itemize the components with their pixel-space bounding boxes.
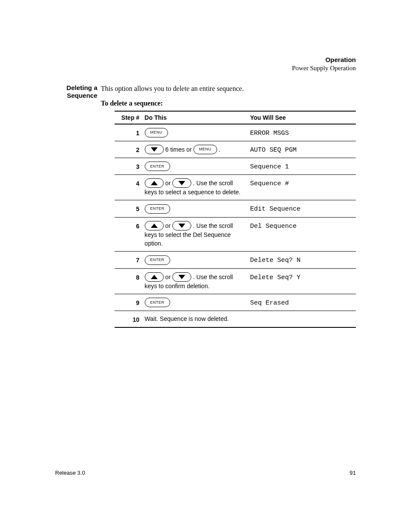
step-text: Wait. Sequence is now deleted. bbox=[145, 315, 229, 322]
chevron-up-icon bbox=[151, 181, 158, 185]
step-do: ENTER bbox=[145, 294, 250, 311]
step-do: or . Use the scroll keys to confirm dele… bbox=[145, 268, 250, 294]
step-see bbox=[250, 311, 356, 327]
step-number: 9 bbox=[115, 294, 145, 311]
step-see: Seq Erased bbox=[250, 294, 356, 311]
intro-text: This option allows you to delete an enti… bbox=[101, 84, 356, 93]
step-text: or bbox=[165, 221, 171, 230]
step-text: keys to select the Del Sequence bbox=[145, 230, 247, 239]
down-key bbox=[145, 145, 164, 154]
step-do: or . Use the scroll keys to select the D… bbox=[145, 217, 250, 252]
footer-release: Release 3.0 bbox=[55, 470, 85, 476]
table-header-row: Step # Do This You Will See bbox=[115, 111, 356, 124]
chevron-down-icon bbox=[178, 181, 185, 185]
step-see: Delete Seq? N bbox=[250, 252, 356, 268]
table-row: 2 6 times or MENU . bbox=[115, 141, 356, 158]
chevron-down-icon bbox=[178, 224, 185, 228]
margin-title-line1: Deleting a bbox=[66, 84, 97, 91]
page-footer: Release 3.0 91 bbox=[55, 470, 356, 476]
enter-key: ENTER bbox=[145, 162, 170, 171]
step-number: 10 bbox=[115, 311, 145, 327]
table-row: 6 or . Use the scroll keys bbox=[115, 217, 356, 252]
step-do: ENTER bbox=[145, 200, 250, 217]
step-do: 6 times or MENU . bbox=[145, 141, 250, 158]
step-text: . Use the scroll bbox=[193, 221, 233, 230]
step-see: Sequence 1 bbox=[250, 158, 356, 174]
step-do: or . Use the scroll keys to select a seq… bbox=[145, 175, 250, 200]
table-row: 8 or . Use the scroll keys bbox=[115, 268, 356, 294]
step-number: 6 bbox=[115, 217, 145, 252]
step-do: ENTER bbox=[145, 158, 250, 174]
table-row: 5 ENTER Edit Sequence bbox=[115, 200, 356, 217]
menu-key-label: MENU bbox=[199, 146, 212, 152]
chevron-up-icon bbox=[151, 224, 158, 228]
page-header: Operation Power Supply Operation bbox=[292, 56, 356, 72]
step-number: 4 bbox=[115, 175, 145, 200]
step-number: 2 bbox=[115, 141, 145, 158]
table-row: 1 MENU ERROR MSGS bbox=[115, 124, 356, 141]
enter-key-label: ENTER bbox=[150, 206, 165, 212]
enter-key-label: ENTER bbox=[150, 164, 165, 169]
step-number: 1 bbox=[115, 124, 145, 141]
table-row: 9 ENTER Seq Erased bbox=[115, 294, 356, 311]
table-row: 10 Wait. Sequence is now deleted. bbox=[115, 311, 356, 327]
menu-key-label: MENU bbox=[150, 130, 163, 135]
chevron-down-icon bbox=[151, 147, 158, 152]
step-text: or bbox=[165, 273, 171, 281]
step-text: keys to select a sequence to delete. bbox=[145, 188, 247, 196]
enter-key-label: ENTER bbox=[150, 257, 165, 263]
up-key bbox=[145, 178, 164, 188]
step-text: . bbox=[219, 145, 221, 154]
enter-key: ENTER bbox=[145, 298, 170, 307]
body: This option allows you to delete an enti… bbox=[101, 84, 356, 328]
menu-key: MENU bbox=[145, 128, 168, 137]
table-row: 4 or . Use the scroll keys bbox=[115, 175, 356, 200]
step-number: 8 bbox=[115, 268, 145, 294]
down-key bbox=[172, 178, 191, 188]
step-text: option. bbox=[145, 239, 247, 248]
col-step: Step # bbox=[115, 111, 145, 124]
margin-title-line2: Sequence bbox=[67, 92, 97, 99]
step-see: AUTO SEQ PGM bbox=[250, 141, 356, 158]
enter-key: ENTER bbox=[145, 204, 170, 214]
col-see: You Will See bbox=[250, 111, 356, 124]
step-see: Del Sequence bbox=[250, 217, 356, 252]
margin-title: Deleting a Sequence bbox=[55, 84, 97, 100]
chevron-up-icon bbox=[151, 275, 158, 279]
down-key bbox=[172, 272, 191, 282]
step-do: MENU bbox=[145, 124, 250, 141]
step-see: Edit Sequence bbox=[250, 200, 356, 217]
step-text: 6 times or bbox=[165, 145, 192, 154]
step-number: 7 bbox=[115, 252, 145, 268]
step-text: . Use the scroll bbox=[193, 179, 233, 187]
step-see: Delete Seq? Y bbox=[250, 268, 356, 294]
up-key bbox=[145, 221, 164, 230]
down-key bbox=[172, 221, 191, 230]
up-key bbox=[145, 272, 164, 282]
step-text: keys to confirm deletion. bbox=[145, 282, 247, 290]
step-number: 5 bbox=[115, 200, 145, 217]
table-row: 7 ENTER Delete Seq? N bbox=[115, 252, 356, 268]
step-text: or bbox=[165, 179, 171, 187]
steps-table: Step # Do This You Will See 1 MENU ERROR… bbox=[115, 111, 356, 328]
step-see: Sequence # bbox=[250, 175, 356, 200]
chevron-down-icon bbox=[178, 275, 185, 279]
table-row: 3 ENTER Sequence 1 bbox=[115, 158, 356, 174]
enter-key: ENTER bbox=[145, 255, 170, 265]
col-do: Do This bbox=[145, 111, 250, 124]
step-number: 3 bbox=[115, 158, 145, 174]
menu-key: MENU bbox=[193, 145, 217, 154]
step-text: . Use the scroll bbox=[193, 273, 233, 281]
header-subsection: Power Supply Operation bbox=[292, 64, 356, 72]
page: Operation Power Supply Operation Deletin… bbox=[0, 0, 411, 532]
footer-page-number: 91 bbox=[350, 470, 356, 476]
step-see: ERROR MSGS bbox=[250, 124, 356, 141]
header-section: Operation bbox=[292, 56, 356, 64]
step-do: ENTER bbox=[145, 252, 250, 268]
lead-text: To delete a sequence: bbox=[101, 100, 356, 107]
step-do: Wait. Sequence is now deleted. bbox=[145, 311, 250, 327]
enter-key-label: ENTER bbox=[150, 300, 165, 305]
